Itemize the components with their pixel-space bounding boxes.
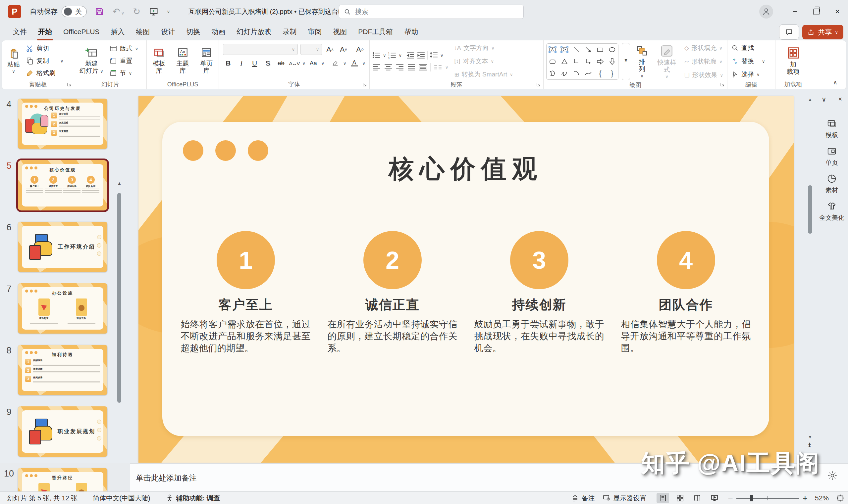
zoom-slider-thumb[interactable]: [750, 495, 753, 501]
slide-thumbnail[interactable]: 10 晋升路径: [0, 468, 107, 491]
strikethrough-button[interactable]: ab: [276, 58, 287, 69]
accessibility-status[interactable]: 辅助功能: 调查: [166, 494, 220, 503]
ribbon-tab[interactable]: 帮助: [398, 24, 424, 39]
justify-icon[interactable]: [407, 64, 416, 71]
shape-textbox-icon[interactable]: A: [549, 46, 556, 54]
slide-content-card[interactable]: 核心价值观 1 客户至上 始终将客户需求放在首位，通过不断改进产品和服务来满足甚…: [162, 122, 769, 436]
shape-rounded-rectangle-icon[interactable]: [549, 58, 556, 66]
slide-canvas[interactable]: 核心价值观 1 客户至上 始终将客户需求放在首位，通过不断改进产品和服务来满足甚…: [138, 96, 794, 463]
slide-thumbnail-frame[interactable]: 核心价值观 1客户至上2诚信正直3持续创新4团队合作: [18, 160, 107, 211]
panel-close-icon[interactable]: ×: [838, 95, 842, 103]
notes-toggle-button[interactable]: 备注: [571, 494, 595, 503]
start-slideshow-icon[interactable]: [149, 7, 158, 16]
align-right-icon[interactable]: [396, 64, 404, 71]
ribbon-tab[interactable]: 幻灯片放映: [231, 24, 277, 39]
value-column[interactable]: 4 团队合作 相信集体智慧大于个人能力，倡导开放沟通和平等尊重的工作氛围。: [612, 231, 759, 354]
slide-thumbnail-frame[interactable]: 工作环境介绍: [18, 222, 107, 272]
shape-elbow-arrow-icon[interactable]: [584, 58, 592, 66]
section-button[interactable]: 节 ∨: [108, 68, 140, 79]
text-shadow-button[interactable]: S: [263, 58, 273, 69]
slide-thumbnail-frame[interactable]: 公司历史与发展 1成立背景2发展历程3未来展望: [18, 98, 107, 149]
ribbon-tab[interactable]: 视图: [327, 24, 352, 39]
find-button[interactable]: 查找: [730, 42, 766, 54]
shape-arrow-icon[interactable]: [584, 46, 592, 54]
notes-placeholder[interactable]: 单击此处添加备注: [136, 473, 197, 483]
value-column[interactable]: 1 客户至上 始终将客户需求放在首位，通过不断改进产品和服务来满足甚至超越他们的…: [172, 231, 319, 354]
shape-gallery[interactable]: A A { }: [546, 43, 619, 80]
font-color-button[interactable]: A: [349, 58, 360, 69]
shape-arc-icon[interactable]: [572, 70, 581, 77]
ribbon-tab[interactable]: 绘图: [130, 24, 155, 39]
character-spacing-button[interactable]: A↔V: [289, 58, 299, 69]
cut-button[interactable]: 剪切: [24, 43, 65, 54]
slide-title[interactable]: 核心价值观: [162, 152, 769, 186]
zoom-out-button[interactable]: −: [728, 493, 733, 503]
slideshow-view-button[interactable]: [708, 493, 721, 503]
undo-icon[interactable]: ↶: [113, 7, 120, 16]
zoom-in-button[interactable]: +: [802, 493, 808, 503]
align-left-icon[interactable]: [372, 64, 381, 71]
slide-thumbnail[interactable]: 9 职业发展规划: [0, 407, 107, 457]
replace-button[interactable]: bc 替换 ∨: [730, 56, 766, 67]
increase-indent-icon[interactable]: [417, 52, 425, 59]
slide-thumbnail[interactable]: 7 办公设施 硬件配置软件工具: [0, 283, 107, 334]
comments-button[interactable]: [779, 24, 799, 40]
ribbon-tab[interactable]: PDF工具箱: [352, 24, 398, 39]
tool-assets[interactable]: 素材: [815, 174, 848, 195]
save-icon[interactable]: [95, 7, 104, 16]
value-column[interactable]: 2 诚信正直 在所有业务活动中坚持诚实守信的原则，建立长期稳定的合作关系。: [319, 231, 466, 354]
text-direction-button[interactable]: ↓A文字方向 ∨: [453, 42, 515, 54]
change-case-button[interactable]: Aa: [308, 58, 319, 69]
ribbon-tab[interactable]: 文件: [7, 24, 33, 39]
slide-thumbnail-frame[interactable]: 职业发展规划: [18, 407, 107, 457]
restore-button[interactable]: [806, 0, 827, 23]
columns-icon[interactable]: [434, 64, 442, 71]
redo-icon[interactable]: ↻: [133, 7, 140, 16]
clipboard-dialog-launcher-icon[interactable]: [67, 83, 71, 87]
collapse-ribbon-icon[interactable]: ∧: [833, 79, 837, 86]
tool-template[interactable]: 模板: [815, 119, 848, 139]
decrease-indent-icon[interactable]: [406, 52, 415, 59]
shape-right-arrow-icon[interactable]: [596, 58, 604, 66]
shape-fill-button[interactable]: ◇形状填充 ∨: [683, 42, 724, 54]
slide-scrollbar[interactable]: ▲ ▼ ▲▲ ▼▼: [808, 96, 813, 463]
font-name-combobox[interactable]: ∨: [223, 44, 298, 55]
layout-button[interactable]: 版式 ∨: [108, 43, 140, 54]
shape-scribble-icon[interactable]: [560, 70, 568, 77]
minimize-button[interactable]: −: [784, 0, 806, 23]
ribbon-tab[interactable]: 插入: [105, 24, 130, 39]
shape-triangle-icon[interactable]: [560, 58, 568, 66]
shape-effects-button[interactable]: ❏形状效果 ∨: [683, 70, 724, 81]
align-center-icon[interactable]: [384, 64, 393, 71]
slide-counter[interactable]: 幻灯片 第 5 张, 共 12 张: [7, 494, 77, 503]
reading-view-button[interactable]: [691, 493, 704, 503]
bold-button[interactable]: B: [223, 58, 233, 69]
template-library-button[interactable]: 模板库: [150, 46, 169, 76]
font-size-combobox[interactable]: ∨: [300, 44, 322, 55]
shape-left-brace-icon[interactable]: {: [599, 69, 601, 78]
ribbon-tab[interactable]: 切换: [180, 24, 206, 39]
paragraph-dialog-launcher-icon[interactable]: [536, 83, 541, 87]
customize-qat-icon[interactable]: ∨: [167, 10, 170, 14]
slide-thumbnail[interactable]: 8 福利待遇 1薪酬体系2健康保障3休闲娱乐: [0, 345, 107, 395]
zoom-slider[interactable]: [737, 498, 799, 499]
slide-sorter-view-button[interactable]: [674, 493, 686, 503]
drawing-dialog-launcher-icon[interactable]: [720, 83, 724, 87]
search-box[interactable]: 搜索: [339, 5, 524, 19]
clear-formatting-button[interactable]: A◇: [354, 44, 365, 55]
slide-thumbnail[interactable]: 4 公司历史与发展 1成立背景2发展历程3未来展望: [0, 98, 107, 149]
bullets-icon[interactable]: [372, 52, 381, 59]
reset-button[interactable]: 重置: [108, 55, 140, 67]
line-spacing-icon[interactable]: [430, 52, 438, 59]
display-settings-button[interactable]: 显示器设置: [602, 494, 646, 503]
scrollbar-thumb[interactable]: [808, 185, 812, 234]
numbering-icon[interactable]: 123: [388, 52, 397, 59]
language-indicator[interactable]: 简体中文(中国大陆): [93, 494, 150, 503]
scroll-up-icon[interactable]: ▲: [808, 97, 812, 102]
format-painter-button[interactable]: 格式刷: [24, 68, 65, 79]
shape-curve-icon[interactable]: [584, 70, 592, 77]
slide-thumbnail-frame[interactable]: 办公设施 硬件配置软件工具: [18, 283, 107, 334]
slide-thumbnail-frame[interactable]: 晋升路径: [18, 468, 107, 491]
fit-to-window-icon[interactable]: [836, 494, 845, 502]
slide-thumbnail-frame[interactable]: 福利待遇 1薪酬体系2健康保障3休闲娱乐: [18, 345, 107, 395]
